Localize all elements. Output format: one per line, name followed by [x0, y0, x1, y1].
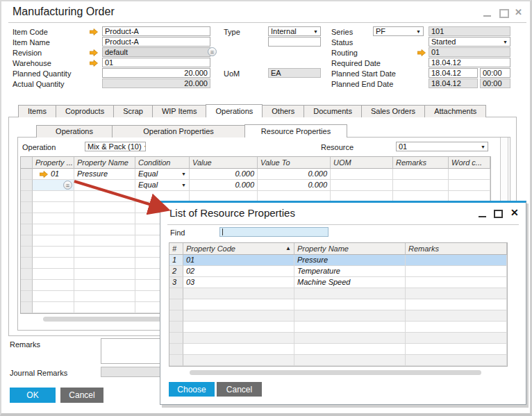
dialog-cancel-button[interactable]: Cancel — [217, 382, 262, 397]
choose-from-list-icon[interactable]: ≡ — [208, 47, 217, 56]
value-to-cell[interactable]: 0.000 — [258, 180, 331, 191]
link-arrow-icon[interactable] — [90, 28, 98, 35]
operation-label: Operation — [22, 143, 56, 151]
chevron-down-icon: ▼ — [313, 29, 318, 34]
sub-tab-strip: Operations Operation Properties Resource… — [36, 124, 347, 138]
value-to-cell[interactable]: 0.000 — [258, 169, 331, 180]
tab-attachments[interactable]: Attachments — [424, 105, 486, 117]
col-condition[interactable]: Condition — [135, 157, 190, 169]
item-name-field[interactable]: Product-A — [102, 37, 210, 47]
list-item[interactable]: 3 03 Machine Speed — [169, 277, 507, 288]
actual-quantity-field: 20.000 — [102, 78, 210, 88]
table-empty-row — [169, 344, 507, 355]
uom-label: UoM — [224, 69, 240, 78]
tab-wip-items[interactable]: WIP Items — [152, 105, 207, 117]
type-secondary-field[interactable] — [268, 37, 321, 47]
dialog-title: List of Resource Properties — [169, 207, 295, 219]
minimize-icon[interactable] — [479, 216, 486, 217]
link-arrow-icon[interactable] — [417, 49, 426, 56]
property-cell-selected[interactable]: ≡ — [33, 180, 74, 191]
tab-coproducts[interactable]: Coproducts — [56, 105, 114, 117]
text-cursor — [222, 228, 223, 235]
planned-start-time-field[interactable]: 00:00 — [480, 68, 510, 78]
tab-sales-orders[interactable]: Sales Orders — [361, 105, 425, 117]
tab-others[interactable]: Others — [262, 105, 304, 117]
table-row-selected[interactable]: ≡ Equal▼ 0.000 0.000 — [21, 180, 490, 191]
item-code-label: Item Code — [13, 28, 48, 36]
chevron-down-icon: ▼ — [481, 144, 485, 149]
col-property-name[interactable]: Property Name — [294, 243, 406, 255]
required-date-field[interactable]: 18.04.12 — [429, 58, 510, 67]
item-code-field[interactable]: Product-A — [102, 26, 210, 36]
operation-dropdown[interactable]: Mix & Pack (10)▼ — [85, 142, 146, 151]
subtab-operation-properties[interactable]: Operation Properties — [112, 125, 245, 138]
tab-documents[interactable]: Documents — [304, 105, 362, 117]
list-item-selected[interactable]: 1 01 Pressure — [169, 255, 507, 266]
minimize-icon[interactable] — [483, 15, 491, 17]
planned-start-date-field[interactable]: 18.04.12 — [429, 68, 478, 78]
col-property-code[interactable]: Property Code▲ — [183, 243, 294, 255]
col-value[interactable]: Value — [190, 157, 258, 169]
condition-cell[interactable]: Equal▼ — [135, 180, 190, 191]
table-empty-row — [169, 310, 507, 322]
chevron-down-icon: ▼ — [181, 172, 186, 176]
window-title: Manufacturing Order — [13, 6, 115, 18]
subtab-resource-properties[interactable]: Resource Properties — [244, 124, 347, 138]
routing-label: Routing — [331, 49, 358, 57]
value-cell[interactable]: 0.000 — [190, 169, 258, 180]
resource-dropdown[interactable]: 01▼ — [396, 142, 488, 151]
status-label: Status — [331, 38, 353, 47]
col-property-name[interactable]: Property Name — [74, 157, 135, 169]
close-icon[interactable]: ✕ — [515, 8, 522, 17]
cancel-button[interactable]: Cancel — [60, 388, 103, 403]
subtab-operations[interactable]: Operations — [36, 125, 113, 138]
property-cell[interactable]: 01 — [33, 169, 74, 180]
tab-items[interactable]: Items — [18, 105, 56, 117]
col-value-to[interactable]: Value To — [258, 157, 331, 169]
table-empty-row — [169, 288, 507, 299]
revision-field[interactable]: default — [102, 47, 210, 57]
table-row[interactable]: 01 Pressure Equal▼ 0.000 0.000 — [21, 169, 490, 180]
maximize-icon[interactable] — [494, 210, 503, 218]
planned-end-date-label: Planned End Date — [331, 80, 393, 88]
series-dropdown[interactable]: PF▼ — [373, 26, 424, 36]
dialog-horizontal-scrollbar[interactable] — [190, 370, 481, 375]
warehouse-field[interactable]: 01 — [102, 58, 210, 67]
table-empty-row — [169, 322, 507, 333]
maximize-icon[interactable] — [499, 9, 509, 18]
value-cell[interactable]: 0.000 — [190, 180, 258, 191]
link-arrow-icon[interactable] — [90, 49, 98, 56]
planned-quantity-field[interactable]: 20.000 — [102, 68, 210, 78]
status-dropdown[interactable]: Started▼ — [429, 37, 510, 47]
table-empty-row — [169, 355, 507, 366]
link-arrow-icon[interactable] — [90, 60, 98, 67]
col-uom[interactable]: UOM — [331, 157, 393, 169]
property-name-cell[interactable]: Pressure — [74, 169, 135, 180]
tab-operations[interactable]: Operations — [206, 104, 263, 117]
col-property[interactable]: Property ... — [33, 157, 74, 169]
chevron-down-icon: ▼ — [503, 40, 508, 44]
ok-button[interactable]: OK — [10, 388, 56, 403]
col-remarks[interactable]: Remarks — [406, 243, 507, 255]
tab-scrap[interactable]: Scrap — [113, 105, 153, 117]
remarks-label: Remarks — [10, 340, 40, 349]
main-tab-strip: Items Coproducts Scrap WIP Items Operati… — [18, 104, 485, 117]
link-arrow-icon[interactable] — [40, 171, 48, 178]
find-input[interactable] — [219, 227, 329, 237]
col-word[interactable]: Word c... — [449, 157, 490, 169]
revision-label: Revision — [13, 49, 42, 57]
type-label: Type — [224, 28, 240, 36]
condition-cell[interactable]: Equal▼ — [135, 169, 190, 180]
chevron-down-icon: ▼ — [144, 144, 146, 149]
list-item[interactable]: 2 02 Temperature — [169, 266, 507, 277]
col-number[interactable]: # — [169, 243, 183, 255]
type-dropdown[interactable]: Internal▼ — [268, 26, 321, 36]
close-icon[interactable]: ✕ — [510, 208, 519, 217]
manufacturing-order-window: Manufacturing Order ✕ Item Code Product-… — [0, 0, 532, 416]
choose-button[interactable]: Choose — [169, 382, 215, 397]
find-label: Find — [170, 228, 185, 237]
table-empty-row — [169, 333, 507, 344]
col-remarks[interactable]: Remarks — [393, 157, 449, 169]
dialog-properties-table: # Property Code▲ Property Name Remarks 1… — [169, 242, 508, 367]
choose-from-list-icon[interactable]: ≡ — [63, 181, 72, 190]
